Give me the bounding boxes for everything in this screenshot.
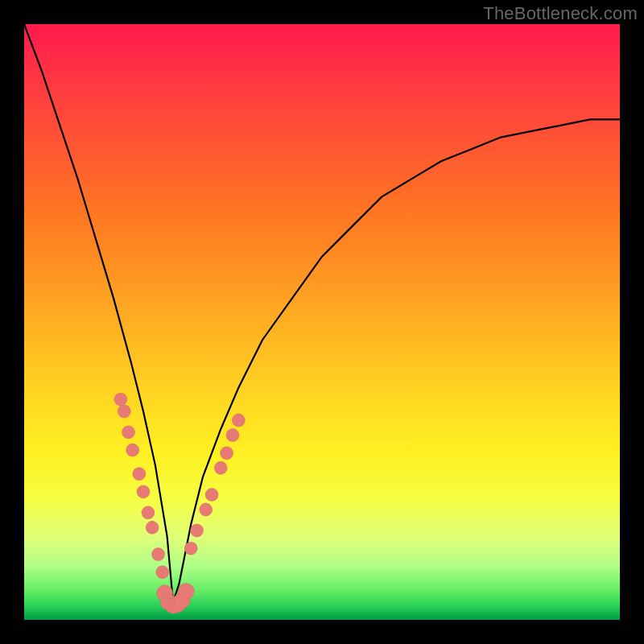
data-point [156,566,169,579]
data-point [126,444,139,456]
data-point [146,521,159,534]
data-point [178,584,194,600]
markers-right-branch [184,414,245,555]
chart-frame: TheBottleneck.com [0,0,644,644]
data-point [221,447,233,460]
data-point [205,489,218,502]
markers-valley-blob [157,584,195,614]
data-point [226,429,239,442]
data-point [214,461,227,474]
data-point [200,503,213,516]
data-point [137,485,150,498]
data-point [122,426,135,439]
plot-area [24,24,620,620]
markers-left-branch [114,393,169,579]
data-point [133,468,146,481]
data-point [191,524,204,537]
data-point [118,405,130,418]
bottleneck-curve [24,24,620,602]
watermark-text: TheBottleneck.com [483,3,638,24]
data-point [142,506,155,519]
data-point [232,414,245,427]
data-point [184,542,197,555]
curve-layer [24,24,620,620]
data-point [114,393,127,406]
data-point [152,548,165,561]
